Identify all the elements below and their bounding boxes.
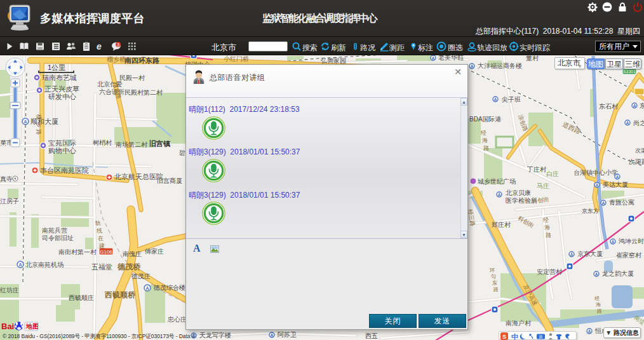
svg-text:西毓顺庄: 西毓顺庄 [69, 294, 94, 301]
svg-text:Bai: Bai [1, 322, 14, 331]
svg-text:老美华鞋: 老美华鞋 [438, 55, 464, 61]
svg-text:次渠: 次渠 [635, 147, 644, 154]
svg-text:东: 东 [492, 280, 497, 286]
svg-text:经: 经 [543, 217, 549, 223]
svg-text:城乡世纪广场: 城乡世纪广场 [477, 178, 516, 185]
svg-text:天龙写字楼: 天龙写字楼 [199, 332, 231, 339]
svg-text:弘善家园: 弘善家园 [320, 57, 346, 64]
svg-text:A: A [470, 64, 473, 69]
svg-text:A: A [626, 121, 629, 125]
svg-text:A: A [594, 272, 598, 276]
svg-text:A: A [145, 286, 149, 290]
svg-text:BDA国际港: BDA国际港 [469, 116, 502, 123]
svg-text:宝苑国际: 宝苑国际 [48, 139, 76, 147]
svg-text:民殿一村: 民殿一村 [119, 74, 145, 81]
svg-text:榴 乡 路: 榴 乡 路 [36, 114, 42, 135]
svg-text:轨: 轨 [95, 220, 101, 226]
svg-text:购物中心: 购物中心 [48, 147, 76, 154]
svg-text:五福堂: 五福堂 [91, 263, 112, 271]
svg-text:南街村第一村: 南街村第一村 [58, 248, 97, 255]
svg-text:东石村: 东石村 [599, 103, 619, 110]
svg-text:大洋福运商务楼: 大洋福运商务楼 [478, 62, 522, 69]
svg-text:G106: G106 [100, 249, 112, 255]
svg-text:南海户村: 南海户村 [506, 320, 532, 327]
svg-text:A: A [595, 183, 598, 187]
svg-text:南傀庄: 南傀庄 [123, 250, 142, 257]
svg-text:红坊庄: 红坊庄 [0, 287, 19, 294]
svg-text:德茂庄: 德茂庄 [131, 273, 151, 280]
svg-text:A: A [431, 56, 434, 60]
svg-text:龙之韵大厦: 龙之韵大厦 [602, 270, 634, 277]
svg-text:建: 建 [98, 243, 105, 249]
svg-text:西五: 西五 [365, 332, 378, 339]
svg-text:路: 路 [483, 145, 489, 151]
svg-text:瑞南布艺城: 瑞南布艺城 [42, 74, 77, 81]
svg-text:京东方: 京东方 [582, 208, 599, 214]
svg-text:京东大厦: 京东大厦 [577, 250, 603, 257]
svg-text:树梢村: 树梢村 [93, 139, 112, 146]
svg-text:郑庄村: 郑庄村 [491, 221, 511, 228]
svg-text:路: 路 [597, 308, 602, 314]
svg-text:董村: 董村 [526, 55, 539, 62]
svg-text:海: 海 [544, 224, 550, 231]
svg-text:海: 海 [596, 302, 601, 308]
svg-text:A: A [633, 104, 636, 108]
svg-text:经: 经 [594, 296, 600, 301]
svg-text:正天兴皮草: 正天兴皮草 [44, 85, 79, 93]
svg-text:江房子: 江房子 [0, 198, 19, 205]
svg-text:丁庄村: 丁庄村 [527, 166, 547, 173]
svg-text:e: e [97, 41, 102, 51]
svg-text:白庄: 白庄 [546, 170, 559, 177]
svg-text:南苑兵营: 南苑兵营 [42, 227, 67, 234]
svg-text:在: 在 [98, 235, 104, 241]
svg-text:南场第二村: 南场第二村 [116, 141, 148, 148]
svg-text:民殿村第二村: 民殿村第二村 [124, 89, 163, 96]
svg-text:安定营村: 安定营村 [537, 268, 563, 275]
svg-text:北京航天总医院: 北京航天总医院 [114, 173, 163, 180]
svg-text:台湖镇中心小学: 台湖镇中心小学 [574, 169, 618, 176]
svg-text:丰台区南苑医院: 丰台区南苑医院 [40, 167, 89, 174]
svg-text:中: 中 [511, 333, 518, 340]
svg-text:尚之: 尚之 [633, 119, 644, 126]
svg-text:路: 路 [546, 232, 551, 238]
svg-text:真寺: 真寺 [0, 175, 13, 182]
svg-text:次渠路: 次渠路 [629, 158, 644, 165]
svg-text:榴乡桥: 榴乡桥 [107, 56, 126, 63]
svg-text:A: A [497, 193, 500, 197]
svg-text:A: A [270, 333, 273, 337]
svg-text:研发中心: 研发中心 [48, 93, 76, 100]
svg-text:北京南苑机场: 北京南苑机场 [25, 261, 64, 268]
svg-text:东: 东 [640, 102, 644, 109]
svg-text:傅家庄: 傅家庄 [144, 248, 164, 255]
svg-text:德茂综合楼: 德茂综合楼 [153, 284, 185, 291]
svg-text:崔家窑村: 崔家窑村 [616, 252, 642, 259]
svg-text:线: 线 [97, 228, 102, 234]
svg-text:忠心庄: 忠心庄 [167, 316, 187, 323]
svg-text:S: S [502, 334, 506, 340]
svg-text:3: 3 [117, 43, 119, 47]
svg-text:A: A [601, 201, 605, 205]
svg-text:尖子班: 尖子班 [502, 96, 521, 103]
svg-text:南四环东路: 南四环东路 [124, 57, 159, 64]
svg-text:阿苏卫: 阿苏卫 [278, 331, 297, 338]
svg-text:美达大厦: 美达大厦 [603, 181, 628, 188]
svg-text:A: A [587, 329, 591, 334]
svg-text:经: 经 [481, 130, 486, 136]
svg-text:德茂桥: 德茂桥 [117, 262, 141, 271]
svg-text:青旅公寓: 青旅公寓 [609, 199, 634, 206]
svg-text:A: A [611, 240, 614, 244]
svg-text:司令部旧址: 司令部旧址 [42, 235, 74, 241]
svg-text:A: A [493, 97, 497, 102]
svg-text:旧宫镇: 旧宫镇 [149, 140, 171, 147]
svg-text:环: 环 [489, 268, 495, 273]
svg-text:海: 海 [482, 137, 488, 144]
svg-text:A: A [615, 175, 619, 179]
svg-text:路: 路 [493, 287, 499, 292]
svg-text:A: A [18, 262, 22, 267]
svg-text:鸿坤云时代: 鸿坤云时代 [618, 238, 644, 245]
svg-text:北京贝康: 北京贝康 [506, 189, 531, 196]
svg-text:小红门桥: 小红门桥 [224, 55, 249, 62]
svg-text:马庄: 马庄 [537, 182, 549, 189]
svg-text:地图: 地图 [25, 323, 38, 330]
svg-text:A: A [570, 252, 573, 257]
